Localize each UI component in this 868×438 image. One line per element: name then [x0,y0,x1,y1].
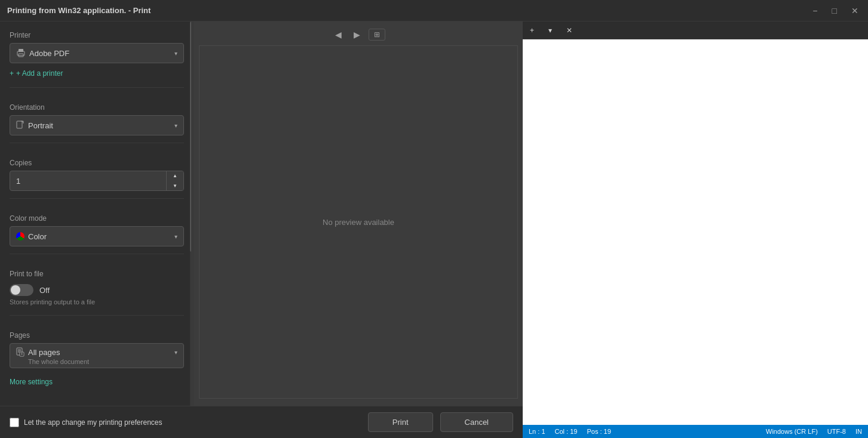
maximize-button[interactable]: □ [829,5,841,17]
editor-statusbar: Ln : 1 Col : 19 Pos : 19 Windows (CR LF)… [523,425,868,438]
toggle-knob [11,285,20,295]
add-printer-icon: + [10,69,14,78]
dialog-title: Printing from Win32 application. - Print [7,6,151,15]
checkbox-row: Let the app change my printing preferenc… [10,418,361,427]
preview-fit-button[interactable]: ⊞ [369,29,385,41]
divider-1 [10,87,184,88]
pages-select[interactable]: All pages ▾ The whole document [10,343,184,368]
more-settings-link[interactable]: More settings [10,378,184,386]
divider-4 [10,254,184,254]
preferences-checkbox[interactable] [10,418,19,427]
preferences-label: Let the app change my printing preferenc… [24,418,162,427]
orientation-select[interactable]: Portrait ▾ [10,115,184,135]
editor-titlebar: − □ ✕ [523,0,868,21]
copies-increment[interactable]: ▲ [167,171,183,181]
color-mode-value: Color [28,232,47,241]
scroll-indicator [190,21,194,406]
dialog-titlebar: Printing from Win32 application. - Print [0,0,523,21]
pages-value: All pages [28,348,60,357]
status-pos: Pos : 19 [587,428,611,435]
add-printer-button[interactable]: + + Add a printer [10,69,184,78]
editor-menubar: + ▾ ✕ [523,21,868,39]
color-mode-label: Color mode [10,214,184,223]
orientation-icon [16,121,24,130]
pages-icon [16,347,24,357]
status-line-ending[interactable]: Windows (CR LF) [766,428,818,435]
preview-canvas: No preview available [199,45,518,399]
minimize-button[interactable]: − [809,5,821,17]
editor-area: − □ ✕ + ▾ ✕ Ln : 1 Col : 19 Pos : 19 Win… [523,0,868,438]
editor-content [523,39,868,425]
cancel-button[interactable]: Cancel [440,412,513,432]
color-mode-chevron: ▾ [174,233,177,240]
divider-3 [10,198,184,199]
no-preview-text: No preview available [323,218,394,227]
preview-prev-button[interactable]: ◀ [332,29,345,41]
status-ln: Ln : 1 [529,428,545,435]
menu-dropdown[interactable]: ▾ [546,25,554,36]
pages-subtext: The whole document [16,358,89,365]
print-dialog: Printing from Win32 application. - Print… [0,0,523,438]
copies-input-row: ▲ ▼ [10,171,184,191]
add-printer-label: + Add a printer [16,69,63,78]
left-panel: Printer Adobe PDF ▾ + + Add a printer [0,21,194,406]
dialog-body: Printer Adobe PDF ▾ + + Add a printer [0,21,523,406]
copies-spinners: ▲ ▼ [166,171,183,191]
copies-decrement[interactable]: ▼ [167,181,183,191]
divider-5 [10,315,184,316]
printer-icon [16,48,26,58]
scroll-thumb [190,21,194,252]
orientation-chevron: ▾ [174,122,177,129]
dialog-footer: Let the app change my printing preferenc… [0,406,523,438]
copies-input[interactable] [10,177,166,186]
status-encoding[interactable]: UTF-8 [827,428,846,435]
color-mode-icon [16,232,24,240]
svg-rect-1 [19,49,23,52]
orientation-value: Portrait [28,121,53,130]
preview-next-button[interactable]: ▶ [350,29,364,41]
print-to-file-helper: Stores printing output to a file [10,298,184,306]
printer-chevron: ▾ [174,50,177,57]
print-to-file-label: Print to file [10,270,184,278]
printer-value: Adobe PDF [29,49,69,58]
orientation-label: Orientation [10,103,184,112]
print-button[interactable]: Print [368,412,433,432]
menu-close[interactable]: ✕ [564,25,575,36]
toggle-state-label: Off [39,286,50,295]
menu-plus[interactable]: + [527,25,536,36]
preview-toolbar: ◀ ▶ ⊞ [199,26,518,43]
svg-rect-3 [17,121,22,128]
divider-2 [10,143,184,143]
printer-label: Printer [10,31,184,39]
color-mode-select[interactable]: Color ▾ [10,226,184,246]
close-button[interactable]: ✕ [848,5,862,17]
status-mode: IN [855,428,862,435]
preview-area: ◀ ▶ ⊞ No preview available [194,21,523,406]
copies-label: Copies [10,159,184,167]
print-to-file-toggle-row: Off [10,284,184,296]
print-to-file-toggle[interactable] [10,284,33,296]
status-col: Col : 19 [555,428,578,435]
pages-chevron: ▾ [174,349,177,356]
printer-select[interactable]: Adobe PDF ▾ [10,43,184,63]
pages-label: Pages [10,331,184,340]
